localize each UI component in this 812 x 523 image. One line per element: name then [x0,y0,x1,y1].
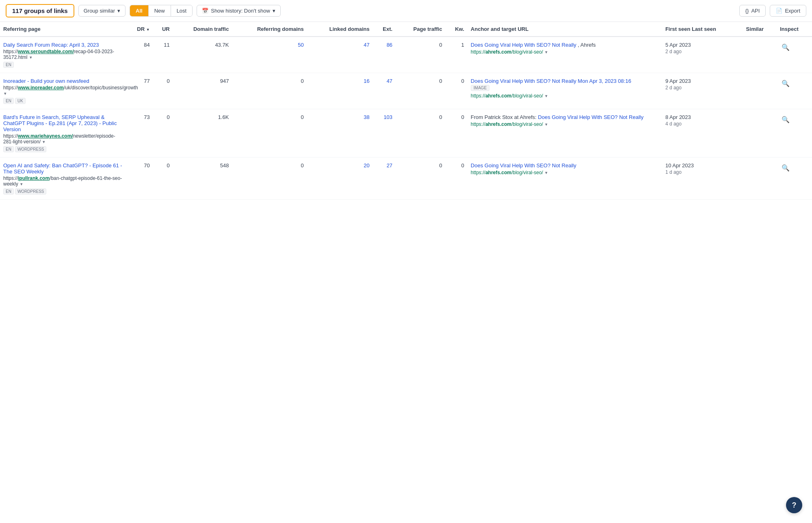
page-url-link[interactable]: www.inoreader.com [18,85,64,91]
page-title-link[interactable]: Bard's Future in Search, SERP Upheaval &… [3,114,117,132]
anchor-link[interactable]: Does Going Viral Help With SEO? Not Real… [538,114,643,120]
last-seen-date: 4 d ago [665,121,740,127]
anchor-dropdown-arrow[interactable]: ▾ [545,93,548,98]
ext-link[interactable]: 103 [383,114,392,120]
last-seen-date: 2 d ago [665,85,740,91]
lang-tag: WORDPRESS [15,188,47,195]
referring-domains-value: 0 [232,158,307,200]
anchor-url-suffix: /blog/viral-seo/ [511,170,543,175]
export-label: Export [785,8,800,14]
seen-dates-cell: 10 Apr 2023 1 d ago [662,158,743,200]
page-url-link[interactable]: ipullrank.com [18,175,50,181]
anchor-link[interactable]: Does Going Viral Help With SEO? Not Real… [471,42,576,48]
table-row: Bard's Future in Search, SERP Upheaval &… [0,109,812,158]
export-button[interactable]: 📄 Export [770,5,806,17]
ext-link[interactable]: 47 [387,78,392,84]
show-history-button[interactable]: 📅 Show history: Don't show ▾ [197,5,281,17]
anchor-url-link[interactable]: https://ahrefs.com/blog/viral-seo/ [471,170,543,175]
anchor-url-link[interactable]: https://ahrefs.com/blog/viral-seo/ [471,121,543,127]
anchor-dropdown-arrow[interactable]: ▾ [545,122,548,127]
page-title: Inoreader - Build your own newsfeed [3,78,123,84]
linked-domains-link[interactable]: 47 [364,42,369,48]
linked-domains-link[interactable]: 16 [364,78,369,84]
anchor-cell: Does Going Viral Help With SEO? Not Real… [468,37,662,73]
tag-group: ENWORDPRESS [3,187,123,195]
anchor-dropdown-arrow[interactable]: ▾ [545,50,548,54]
last-seen-date: 1 d ago [665,169,740,175]
seen-dates-cell: 5 Apr 2023 2 d ago [662,37,743,73]
page-title: Open AI and Safety: Ban ChatGPT? - Episo… [3,162,123,175]
anchor-suffix: , Ahrefs [576,42,596,48]
url-dropdown-arrow[interactable]: ▾ [4,91,6,96]
group-similar-label: Group similar [84,8,115,14]
filter-group: All New Lost [130,5,193,17]
similar-cell [743,73,777,109]
anchor-url-prefix: https:// [471,170,485,175]
table-row: Open AI and Safety: Ban ChatGPT? - Episo… [0,158,812,200]
anchor-url-prefix: https:// [471,49,485,55]
inspect-search-button[interactable]: 🔍 [780,114,791,125]
filter-all-button[interactable]: All [130,5,149,16]
dr-sort-icon: ▼ [146,28,150,32]
referring-page-cell: Open AI and Safety: Ban ChatGPT? - Episo… [0,158,126,200]
page-url-link[interactable]: www.seroundtable.com/ [18,49,74,54]
kw-value: 0 [445,109,467,158]
page-url: https://www.mariehaynes.com/newsletter/e… [3,133,123,145]
anchor-url-link[interactable]: https://ahrefs.com/blog/viral-seo/ [471,93,543,99]
url-dropdown-arrow[interactable]: ▾ [30,55,32,60]
similar-cell [743,37,777,73]
group-similar-button[interactable]: Group similar ▾ [78,5,126,17]
filter-new-button[interactable]: New [149,5,171,16]
url-dropdown-arrow[interactable]: ▾ [20,182,23,186]
ext-link[interactable]: 27 [387,162,392,169]
table-row: Daily Search Forum Recap: April 3, 2023 … [0,37,812,73]
ext-link[interactable]: 86 [387,42,392,48]
anchor-text-container: Does Going Viral Help With SEO? Not Real… [471,162,659,169]
anchor-dropdown-arrow[interactable]: ▾ [545,170,548,175]
referring-page-cell: Daily Search Forum Recap: April 3, 2023 … [0,37,126,73]
group-similar-dropdown-arrow: ▾ [117,8,120,14]
anchor-url-suffix: /blog/viral-seo/ [511,93,543,99]
filter-lost-button[interactable]: Lost [171,5,193,16]
anchor-url: https://ahrefs.com/blog/viral-seo/ ▾ [471,121,659,127]
api-button[interactable]: {} API [739,5,766,17]
col-header-anchor-target: Anchor and target URL [468,22,662,37]
page-title-link[interactable]: Daily Search Forum Recap: April 3, 2023 [3,42,99,48]
lang-tag: UK [15,98,26,104]
inspect-search-button[interactable]: 🔍 [780,78,791,89]
inspect-search-button[interactable]: 🔍 [780,42,791,53]
referring-page-cell: Inoreader - Build your own newsfeed http… [0,73,126,109]
page-traffic-value: 0 [396,73,445,109]
kw-value: 0 [445,158,467,200]
referring-domains-link[interactable]: 50 [298,42,303,48]
kw-value: 1 [445,37,467,73]
image-badge: IMAGE [471,85,489,91]
anchor-link[interactable]: Does Going Viral Help With SEO? Not Real… [471,78,631,84]
page-title-link[interactable]: Inoreader - Build your own newsfeed [3,78,89,84]
anchor-link[interactable]: Does Going Viral Help With SEO? Not Real… [471,162,576,169]
page-traffic-value: 0 [396,109,445,158]
inspect-search-button[interactable]: 🔍 [780,162,791,173]
anchor-url: https://ahrefs.com/blog/viral-seo/ ▾ [471,170,659,175]
linked-domains-link[interactable]: 38 [364,114,369,120]
page-title-link[interactable]: Open AI and Safety: Ban ChatGPT? - Episo… [3,162,122,175]
col-header-dr[interactable]: DR ▼ [126,22,153,37]
groups-count-badge: 117 groups of links [6,4,74,17]
referring-domains-value: 0 [232,109,307,158]
ext-value: 47 [373,73,396,109]
api-braces-icon: {} [745,8,749,14]
linked-domains-link[interactable]: 20 [364,162,369,169]
url-dropdown-arrow[interactable]: ▾ [43,139,45,144]
domain-traffic-value: 548 [173,158,232,200]
anchor-prefix-text: From Patrick Stox at Ahrefs: [471,114,538,120]
anchor-url-bold: ahrefs.com [485,49,511,55]
anchor-text-container: Does Going Viral Help With SEO? Not Real… [471,78,659,84]
anchor-url-link[interactable]: https://ahrefs.com/blog/viral-seo/ [471,49,543,55]
last-seen-date: 2 d ago [665,49,740,54]
first-seen-date: 8 Apr 2023 [665,114,740,120]
dr-value: 77 [126,73,153,109]
anchor-text-container: Does Going Viral Help With SEO? Not Real… [471,42,659,48]
tag-group: ENUK [3,96,123,104]
page-url-link[interactable]: www.mariehaynes.com/ [18,133,73,139]
table-row: Inoreader - Build your own newsfeed http… [0,73,812,109]
